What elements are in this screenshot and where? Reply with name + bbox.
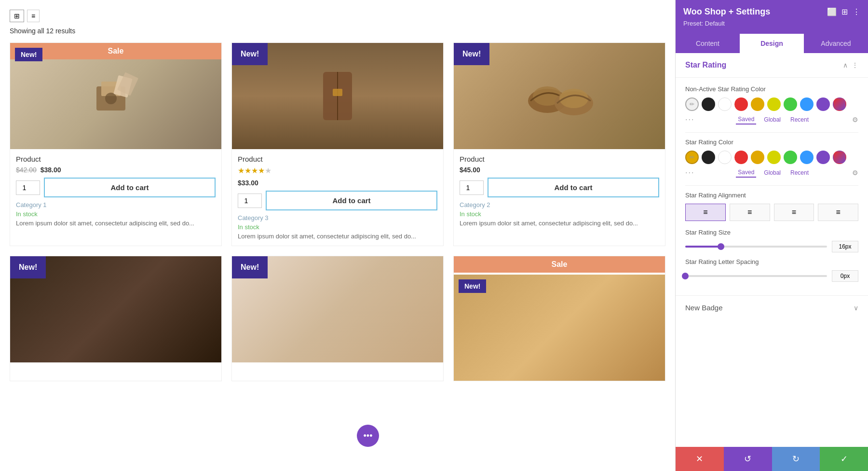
price-single: $33.00	[238, 179, 258, 187]
color-swatch-red[interactable]	[734, 97, 748, 111]
color-swatch-gold[interactable]	[751, 97, 764, 111]
active-color-tabs-row: ··· Saved Global Recent ⚙	[685, 168, 858, 178]
letter-spacing-slider-thumb[interactable]	[682, 273, 689, 279]
grid-view-button[interactable]: ⊞	[10, 10, 24, 22]
product-category[interactable]: Category 3	[238, 214, 437, 222]
size-slider-fill	[685, 246, 721, 248]
list-view-button[interactable]: ≡	[27, 10, 40, 22]
active-swatch-gold[interactable]	[751, 151, 764, 164]
new-badge-section-title: New Badge	[685, 304, 723, 312]
active-color-label: Star Rating Color	[685, 139, 858, 146]
cancel-button[interactable]: ✕	[676, 447, 724, 471]
product-price: $45.00	[460, 166, 659, 174]
collapse-button[interactable]: ∧	[843, 61, 848, 69]
panel-header: Woo Shop + Settings ⬜ ⊞ ⋮ Preset: Defaul…	[676, 0, 868, 34]
color-swatch-pencil[interactable]: ✏	[685, 97, 699, 111]
letter-spacing-label: Star Rating Letter Spacing	[685, 258, 858, 265]
add-to-cart-button[interactable]: Add to cart	[266, 191, 437, 210]
active-swatch-black[interactable]	[702, 151, 715, 164]
tab-advanced[interactable]: Advanced	[804, 34, 868, 53]
active-dots-button[interactable]: ···	[685, 168, 694, 177]
product-name: Product	[16, 155, 216, 163]
active-global-tab[interactable]: Global	[762, 168, 783, 178]
align-center-right-button[interactable]: ≡	[774, 204, 814, 221]
floating-menu-button[interactable]: •••	[357, 425, 379, 447]
non-active-global-tab[interactable]: Global	[762, 115, 783, 125]
product-info: Product $45.00 Add to cart Category 2 In…	[454, 149, 665, 233]
star-rating-section-header[interactable]: Star Rating ∧ ⋮	[676, 53, 868, 78]
star-rating: ★★★★★	[238, 166, 437, 175]
save-button[interactable]: ✓	[820, 447, 868, 471]
quantity-input[interactable]	[16, 180, 40, 195]
non-active-color-label: Non-Active Star Rating Color	[685, 85, 858, 93]
active-swatch-yellow[interactable]	[767, 151, 781, 164]
size-slider-value[interactable]: 16px	[832, 241, 858, 252]
size-slider-track[interactable]	[685, 246, 827, 248]
results-count: Showing all 12 results	[10, 27, 665, 35]
active-swatch-purple[interactable]	[816, 151, 830, 164]
new-badge: New!	[10, 256, 46, 278]
panel-tabs: Content Design Advanced	[676, 34, 868, 53]
more-options-button[interactable]: ⋮	[853, 7, 860, 16]
color-swatch-blue[interactable]	[800, 97, 814, 111]
product-category[interactable]: Category 2	[460, 201, 659, 208]
active-swatch-green[interactable]	[784, 151, 797, 164]
align-center-left-button[interactable]: ≡	[730, 204, 770, 221]
product-description: Lorem ipsum dolor sit amet, consectetur …	[16, 220, 216, 227]
redo-button[interactable]: ↻	[772, 447, 820, 471]
panel-body: Star Rating ∧ ⋮ Non-Active Star Rating C…	[676, 53, 868, 447]
new-badge-section[interactable]: New Badge ∨	[676, 295, 868, 319]
add-to-cart-row: Add to cart	[238, 191, 437, 210]
sale-badge: Sale	[454, 256, 665, 273]
color-swatch-green[interactable]	[784, 97, 797, 111]
align-left-button[interactable]: ≡	[685, 204, 726, 221]
active-saved-tab[interactable]: Saved	[736, 168, 756, 178]
screenshot-icon-button[interactable]: ⬜	[827, 7, 837, 16]
preset-selector[interactable]: Preset: Default	[683, 20, 860, 27]
active-swatch-blue[interactable]	[800, 151, 814, 164]
add-to-cart-button[interactable]: Add to cart	[44, 178, 216, 197]
letter-spacing-slider-track[interactable]	[685, 275, 827, 277]
letter-spacing-slider-row: 0px	[685, 270, 858, 282]
non-active-dots-button[interactable]: ···	[685, 115, 694, 124]
product-description: Lorem ipsum dolor sit amet, consectetur …	[460, 220, 659, 227]
color-swatch-gradient[interactable]	[833, 97, 846, 111]
color-swatch-white[interactable]	[718, 97, 732, 111]
star-rating-title: Star Rating	[685, 61, 726, 69]
panel-title-row: Woo Shop + Settings ⬜ ⊞ ⋮	[683, 7, 860, 17]
active-swatch-white[interactable]	[718, 151, 732, 164]
product-category[interactable]: Category 1	[16, 201, 216, 208]
panel-header-icons: ⬜ ⊞ ⋮	[827, 7, 860, 16]
product-name: Product	[238, 155, 437, 163]
tab-content[interactable]: Content	[676, 34, 740, 53]
align-right-button[interactable]: ≡	[818, 204, 858, 221]
in-stock-label: In stock	[238, 223, 437, 231]
price-old: $42.00	[16, 166, 37, 174]
section-more-button[interactable]: ⋮	[852, 61, 858, 69]
active-color-swatch-pencil[interactable]: ✏	[685, 151, 699, 164]
add-to-cart-button[interactable]: Add to cart	[488, 178, 659, 197]
non-active-color-swatches: ✏	[685, 97, 858, 111]
active-swatch-red[interactable]	[734, 151, 748, 164]
quantity-input[interactable]	[460, 180, 484, 195]
product-card: New!	[10, 256, 222, 381]
star-rating-content: Non-Active Star Rating Color ✏ ··· Saved…	[676, 78, 868, 295]
non-active-saved-tab[interactable]: Saved	[736, 115, 756, 125]
color-swatch-black[interactable]	[702, 97, 715, 111]
active-gear-button[interactable]: ⚙	[852, 169, 858, 177]
color-swatch-purple[interactable]	[816, 97, 830, 111]
product-price: $33.00	[238, 179, 437, 187]
non-active-gear-button[interactable]: ⚙	[852, 116, 858, 124]
grid-icon-button[interactable]: ⊞	[841, 7, 848, 16]
active-recent-tab[interactable]: Recent	[788, 168, 811, 178]
active-swatch-gradient[interactable]	[833, 151, 846, 164]
tab-design[interactable]: Design	[740, 34, 804, 53]
new-badge-expand-button[interactable]: ∨	[854, 304, 858, 312]
product-info: Product $42.00 $38.00 Add to cart Catego…	[10, 149, 221, 233]
quantity-input[interactable]	[238, 194, 262, 208]
color-swatch-yellow[interactable]	[767, 97, 781, 111]
non-active-recent-tab[interactable]: Recent	[788, 115, 811, 125]
letter-spacing-slider-value[interactable]: 0px	[832, 270, 858, 282]
undo-button[interactable]: ↺	[724, 447, 772, 471]
size-slider-thumb[interactable]	[718, 243, 724, 250]
